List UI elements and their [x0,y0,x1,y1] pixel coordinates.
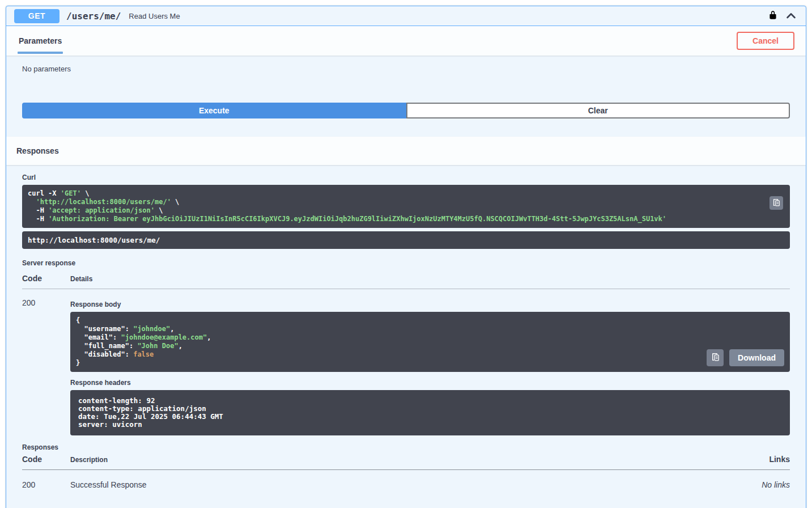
tab-parameters[interactable]: Parameters [18,26,63,56]
server-response-row: 200 Response body { "username": "johndoe… [22,297,790,435]
responses-section-title: Responses [16,146,59,155]
parameters-content: No parameters Execute Clear [6,56,806,137]
clear-button[interactable]: Clear [406,103,790,118]
cancel-button[interactable]: Cancel [737,32,794,50]
authorization-lock-button[interactable] [767,9,779,23]
documented-status-code: 200 [22,480,70,489]
collapse-operation-button[interactable] [784,9,798,24]
curl-label: Curl [22,173,790,181]
request-url-block: http://localhost:8000/users/me/ [22,231,790,249]
lock-icon [768,10,777,22]
operation-summary[interactable]: GET /users/me/ Read Users Me [6,6,806,26]
response-status-code: 200 [22,297,70,435]
http-method-badge: GET [14,9,59,23]
server-response-table-head: Code Details [22,274,790,289]
response-body-actions: Download [707,349,784,366]
no-parameters-text: No parameters [22,65,790,73]
server-response-label: Server response [22,259,790,267]
request-url-value: http://localhost:8000/users/me/ [28,236,784,244]
operation-block-get-users-me: GET /users/me/ Read Users Me Parameters … [6,6,806,508]
curl-command-block: curl -X 'GET' \ 'http://localhost:8000/u… [22,185,790,228]
response-headers-label: Response headers [70,379,790,387]
clipboard-copy-icon [772,198,780,208]
responses-section-header: Responses [6,137,806,165]
parameters-section-header: Parameters Cancel [6,26,806,56]
responses-table-head: Code Description Links [22,455,790,470]
endpoint-path: /users/me/ [66,11,121,22]
responses-table-row: 200 Successful Response No links [22,480,790,489]
clipboard-copy-icon [711,353,720,363]
details-column-header: Details [70,275,790,283]
endpoint-summary: Read Users Me [129,12,180,20]
response-body-json: { "username": "johndoe", "email": "johnd… [76,316,784,367]
documented-links: No links [745,480,790,489]
description-column-header: Description [70,456,745,464]
code-column-header: Code [22,455,70,464]
response-body-block: { "username": "johndoe", "email": "johnd… [70,312,790,372]
chevron-up-icon [785,10,797,23]
active-tab-underline [18,52,63,54]
copy-curl-button[interactable] [770,196,783,210]
documented-responses-label: Responses [22,443,790,451]
response-details-cell: Response body { "username": "johndoe", "… [70,297,790,435]
response-headers-block: content-length: 92content-type: applicat… [70,390,790,435]
responses-content: Curl curl -X 'GET' \ 'http://localhost:8… [6,165,806,489]
download-button[interactable]: Download [729,349,784,366]
execute-button[interactable]: Execute [22,103,406,118]
links-column-header: Links [745,455,790,464]
response-body-label: Response body [70,300,790,308]
copy-response-button[interactable] [707,349,724,366]
parameters-tab-label: Parameters [19,36,62,45]
code-column-header: Code [22,274,70,283]
execute-button-group: Execute Clear [22,103,790,118]
documented-description: Successful Response [70,480,745,489]
